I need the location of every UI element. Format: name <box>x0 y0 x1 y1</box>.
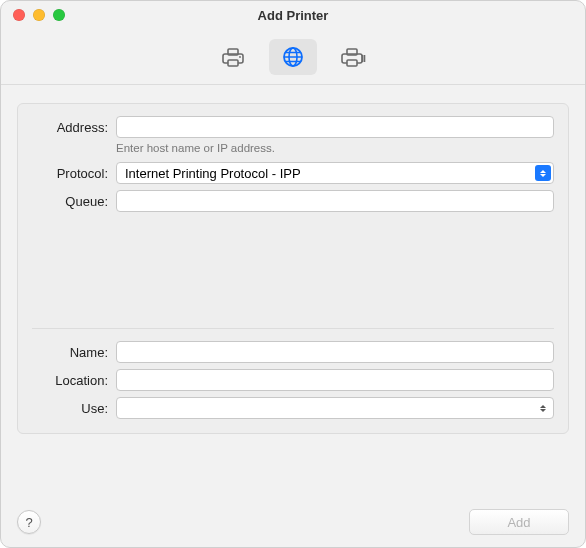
minimize-window-button[interactable] <box>33 9 45 21</box>
add-button[interactable]: Add <box>469 509 569 535</box>
add-button-label: Add <box>507 515 530 530</box>
name-label: Name: <box>32 345 116 360</box>
updown-arrows-icon <box>535 400 551 416</box>
address-hint: Enter host name or IP address. <box>116 142 554 154</box>
svg-rect-9 <box>347 60 357 66</box>
queue-input[interactable] <box>116 190 554 212</box>
tab-ip[interactable] <box>269 39 317 75</box>
window-controls <box>1 9 65 21</box>
location-input[interactable] <box>116 369 554 391</box>
footer: ? Add <box>1 497 585 547</box>
close-window-button[interactable] <box>13 9 25 21</box>
protocol-label: Protocol: <box>32 166 116 181</box>
protocol-select[interactable]: Internet Printing Protocol - IPP <box>116 162 554 184</box>
printer-advanced-icon <box>339 46 367 68</box>
tab-default[interactable] <box>209 39 257 75</box>
spacer <box>32 218 554 328</box>
content-area: Address: Enter host name or IP address. … <box>1 85 585 434</box>
use-label: Use: <box>32 401 116 416</box>
zoom-window-button[interactable] <box>53 9 65 21</box>
tab-windows[interactable] <box>329 39 377 75</box>
use-select[interactable] <box>116 397 554 419</box>
window-title: Add Printer <box>1 8 585 23</box>
form-panel: Address: Enter host name or IP address. … <box>17 103 569 434</box>
tab-segmented-control <box>209 39 377 75</box>
name-input[interactable] <box>116 341 554 363</box>
titlebar: Add Printer <box>1 1 585 30</box>
divider <box>32 328 554 329</box>
globe-icon <box>281 45 305 69</box>
help-button[interactable]: ? <box>17 510 41 534</box>
queue-label: Queue: <box>32 194 116 209</box>
address-input[interactable] <box>116 116 554 138</box>
svg-point-3 <box>239 56 241 58</box>
address-label: Address: <box>32 120 116 135</box>
svg-rect-2 <box>228 60 238 66</box>
protocol-value: Internet Printing Protocol - IPP <box>125 166 301 181</box>
location-label: Location: <box>32 373 116 388</box>
updown-arrows-icon <box>535 165 551 181</box>
printer-icon <box>220 46 246 68</box>
help-icon: ? <box>25 515 32 530</box>
toolbar <box>1 30 585 85</box>
add-printer-window: Add Printer <box>0 0 586 548</box>
